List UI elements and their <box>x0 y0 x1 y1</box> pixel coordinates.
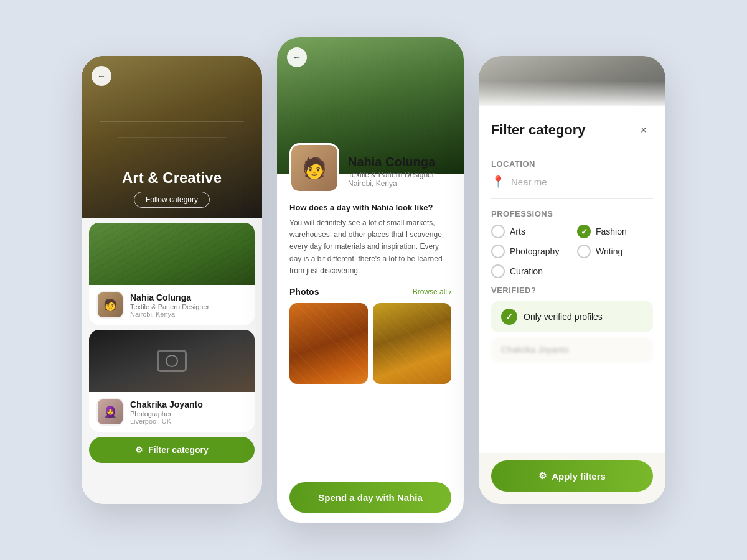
filter-top-image <box>479 56 665 106</box>
profile-role: Textile & Pattern Designer <box>348 170 435 179</box>
close-filter-button[interactable]: × <box>634 121 653 139</box>
hero-title: Art & Creative <box>82 169 262 187</box>
avatar-nahia: 🧑 <box>96 291 124 319</box>
hero-texture2 <box>118 137 226 138</box>
profile-avatar: 🧑 <box>289 143 339 193</box>
filter-panel-title: Filter category <box>491 122 586 138</box>
profile-location: Nairobi, Kenya <box>348 179 435 188</box>
filter-category-button[interactable]: ⚙ Filter category <box>89 437 255 463</box>
profession-writing[interactable]: Writing <box>577 245 653 258</box>
person-name-nahia: Nahia Colunga <box>130 292 209 302</box>
phone-art-creative: ← Art & Creative Follow category 🧑 Nahia… <box>82 56 262 504</box>
photos-header: Photos Browse all › <box>289 287 451 297</box>
back-button[interactable]: ← <box>92 66 111 86</box>
photo-market[interactable] <box>289 303 368 384</box>
person-location-nahia: Nairobi, Kenya <box>130 310 209 318</box>
filter-icon: ⚙ <box>135 445 143 455</box>
profession-curation[interactable]: Curation <box>491 264 567 278</box>
hero-section: ← Art & Creative Follow category <box>82 56 262 218</box>
photography-radio <box>491 245 505 258</box>
photography-label: Photography <box>510 246 559 256</box>
profession-arts[interactable]: Arts <box>491 225 567 238</box>
verified-checkmark: ✓ <box>501 309 517 325</box>
verified-label-text: Only verified profiles <box>524 312 603 322</box>
person-card-chakrika[interactable]: 🧕 Chakrika Joyanto Photographer Liverpoo… <box>89 330 255 432</box>
person-info-nahia: 🧑 Nahia Colunga Textile & Pattern Design… <box>89 285 255 325</box>
professions-grid: Arts Fashion Photography Writing Curatio… <box>491 225 653 278</box>
person-location-chakrika: Liverpool, UK <box>130 418 203 425</box>
writing-label: Writing <box>596 246 622 256</box>
profession-photography[interactable]: Photography <box>491 245 567 258</box>
photos-section: Photos Browse all › <box>277 277 464 384</box>
person-name-chakrika: Chakrika Joyanto <box>130 399 203 409</box>
fashion-label: Fashion <box>596 226 627 236</box>
cta-area: Spend a day with Nahia <box>277 472 464 523</box>
profile-back-button[interactable]: ← <box>287 47 307 67</box>
filter-btn-label: Filter category <box>148 445 208 455</box>
browse-all-arrow: › <box>449 287 451 296</box>
person-text-chakrika: Chakrika Joyanto Photographer Liverpool,… <box>130 399 203 425</box>
profile-area: 🧑 Nahia Colunga Textile & Pattern Design… <box>277 143 464 193</box>
filter-bar: ⚙ Filter category <box>89 437 255 463</box>
location-text: Near me <box>511 177 547 187</box>
card-image-nahia <box>89 223 255 285</box>
person-role-chakrika: Photographer <box>130 410 203 418</box>
writing-radio <box>577 245 591 258</box>
location-section-label: Location <box>491 159 653 169</box>
person-card-nahia[interactable]: 🧑 Nahia Colunga Textile & Pattern Design… <box>89 223 255 325</box>
person-role-nahia: Textile & Pattern Designer <box>130 303 209 310</box>
photos-label: Photos <box>289 287 319 297</box>
person-info-chakrika: 🧕 Chakrika Joyanto Photographer Liverpoo… <box>89 392 255 432</box>
arts-radio <box>491 225 505 238</box>
fashion-radio <box>577 225 591 238</box>
bio-question: How does a day with Nahia look like? <box>289 203 451 212</box>
bio-text: You will definitely see a lot of small m… <box>289 217 451 277</box>
professions-section-label: Professions <box>491 209 653 218</box>
photo-fabric[interactable] <box>373 303 451 384</box>
avatar-chakrika: 🧕 <box>96 398 124 426</box>
follow-category-button[interactable]: Follow category <box>134 192 210 208</box>
blurred-name-text: Chakrika Joyanto <box>501 345 643 355</box>
apply-filters-label: Apply filters <box>552 471 606 482</box>
verified-section-label: Verified? <box>491 286 653 295</box>
avatar-emoji: 🧑 <box>302 156 327 180</box>
location-pin-icon: 📍 <box>491 175 505 189</box>
camera-icon <box>157 350 187 372</box>
profile-name: Nahia Colunga <box>348 155 435 169</box>
person-text-nahia: Nahia Colunga Textile & Pattern Designer… <box>130 292 209 318</box>
browse-all-text: Browse all <box>413 287 447 296</box>
photos-grid <box>289 303 451 384</box>
apply-filters-button[interactable]: ⚙ Apply filters <box>491 460 653 492</box>
apply-filters-area: ⚙ Apply filters <box>479 453 665 504</box>
apply-filter-icon: ⚙ <box>538 470 547 482</box>
browse-all-link[interactable]: Browse all › <box>413 287 451 296</box>
person-card-list: 🧑 Nahia Colunga Textile & Pattern Design… <box>82 218 262 504</box>
phone-profile-detail: ← 🧑 Nahia Colunga Textile & Pattern Desi… <box>277 37 464 523</box>
card-image-chakrika <box>89 330 255 392</box>
profile-name-block: Nahia Colunga Textile & Pattern Designer… <box>348 155 435 193</box>
blurred-profile-card: Chakrika Joyanto <box>491 337 653 362</box>
curation-radio <box>491 264 505 278</box>
profession-fashion[interactable]: Fashion <box>577 225 653 238</box>
location-row[interactable]: 📍 Near me <box>491 175 653 199</box>
filter-body: Location 📍 Near me Professions Arts Fash… <box>479 149 665 453</box>
verified-profiles-toggle[interactable]: ✓ Only verified profiles <box>491 301 653 332</box>
filter-header: Filter category × <box>479 106 665 149</box>
bio-section: How does a day with Nahia look like? You… <box>277 193 464 277</box>
arts-label: Arts <box>510 226 525 236</box>
camera-lens <box>166 355 178 367</box>
curation-label: Curation <box>510 266 543 276</box>
hero-texture <box>100 121 244 122</box>
spend-day-button[interactable]: Spend a day with Nahia <box>289 482 451 513</box>
phone-filter-panel: Filter category × Location 📍 Near me Pro… <box>479 56 665 504</box>
